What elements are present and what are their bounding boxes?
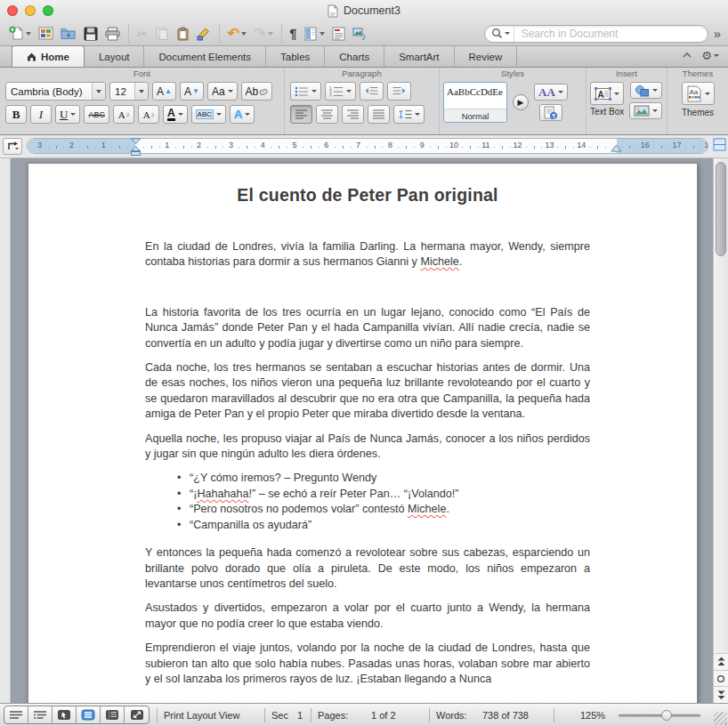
- search-caret-icon: [505, 32, 510, 35]
- align-center-button[interactable]: [316, 105, 338, 124]
- numbered-list-button[interactable]: 123: [325, 82, 356, 101]
- shrink-font-button[interactable]: A▼: [180, 82, 204, 101]
- strikethrough-button[interactable]: ABC: [84, 105, 109, 124]
- collapse-ribbon-button[interactable]: [682, 52, 692, 59]
- pages-label[interactable]: Pages:: [318, 710, 348, 721]
- media-browser-icon[interactable]: ♪: [350, 24, 371, 44]
- font-family-select[interactable]: Cambria (Body): [5, 82, 106, 101]
- indent-markers[interactable]: [130, 138, 142, 157]
- font-size-value: 12: [115, 86, 126, 97]
- styles-gallery-button[interactable]: ▶: [513, 94, 529, 110]
- ruler-number: 3: [37, 141, 42, 149]
- draft-view-button[interactable]: [4, 706, 28, 723]
- words-label[interactable]: Words:: [436, 710, 467, 721]
- document-area: El cuento de Peter Pan original En la ci…: [0, 158, 728, 703]
- font-color-button[interactable]: A: [163, 105, 188, 124]
- zoom-slider-thumb[interactable]: [661, 710, 672, 721]
- bold-button[interactable]: B: [5, 105, 27, 124]
- print-layout-view-button[interactable]: [77, 706, 101, 723]
- ruler-row: 3211234567891011121314161718: [0, 135, 728, 158]
- justify-button[interactable]: [368, 105, 390, 124]
- save-icon[interactable]: [81, 24, 101, 44]
- text-effects-button[interactable]: A: [230, 105, 255, 124]
- new-document-icon[interactable]: [6, 24, 34, 44]
- superscript-button[interactable]: A2: [113, 105, 134, 124]
- grow-font-button[interactable]: A▲: [152, 82, 176, 101]
- bullet-list-button[interactable]: [290, 82, 321, 101]
- ruler-number: 8: [388, 141, 392, 149]
- font-family-value: Cambria (Body): [11, 86, 83, 97]
- ruler-tick: [111, 147, 112, 148]
- notebook-view-icon: [105, 709, 119, 721]
- line-spacing-button[interactable]: [393, 105, 425, 124]
- tab-tables[interactable]: Tables: [266, 46, 325, 67]
- decrease-indent-button[interactable]: [360, 82, 384, 101]
- ruler-tick: [183, 146, 184, 149]
- text-box-button[interactable]: A: [590, 82, 624, 105]
- focus-view-button[interactable]: [125, 706, 149, 723]
- select-browse-object-button[interactable]: [714, 670, 728, 687]
- vertical-scrollbar-thumb[interactable]: [716, 162, 726, 256]
- ribbon-group-themes: Themes Aa Themes: [667, 68, 728, 134]
- change-case-button[interactable]: Aa: [207, 82, 238, 101]
- ribbon-settings-button[interactable]: ⚙: [701, 47, 719, 63]
- tab-layout[interactable]: Layout: [85, 46, 145, 67]
- tab-document-elements[interactable]: Document Elements: [144, 46, 266, 67]
- text-run: “Campanilla os ayudará”: [190, 519, 311, 531]
- ribbon: Font Cambria (Body) 12 A▲ A▼ Aa Ab B I U: [0, 68, 728, 135]
- browse-previous-button[interactable]: [714, 653, 728, 670]
- ruler-tick: [605, 147, 606, 148]
- font-size-select[interactable]: 12: [109, 82, 149, 101]
- gallery-icon[interactable]: [36, 24, 56, 44]
- tab-smartart[interactable]: SmartArt: [384, 46, 454, 67]
- toolbar-overflow-button[interactable]: »: [712, 26, 723, 41]
- styles-doc-icon[interactable]: [329, 24, 348, 44]
- underline-button[interactable]: U: [55, 105, 80, 124]
- resize-grip[interactable]: [714, 712, 727, 725]
- right-indent-icon: [611, 144, 622, 152]
- group-title-paragraph: Paragraph: [285, 69, 439, 78]
- themes-button[interactable]: Aa: [682, 82, 715, 105]
- align-left-button[interactable]: [290, 105, 312, 124]
- search-field[interactable]: [484, 25, 708, 43]
- print-icon[interactable]: [102, 24, 123, 44]
- change-styles-button[interactable]: AA: [534, 84, 568, 101]
- subscript-button[interactable]: A2: [138, 105, 159, 124]
- publishing-view-button[interactable]: [53, 706, 77, 723]
- document-page[interactable]: El cuento de Peter Pan original En la ci…: [28, 163, 698, 703]
- undo-icon[interactable]: ↶: [225, 24, 249, 44]
- split-view-button[interactable]: [713, 138, 726, 151]
- outline-view-button[interactable]: [28, 706, 53, 723]
- tab-home[interactable]: Home: [12, 45, 85, 67]
- pages-value[interactable]: 1 of 2: [371, 710, 396, 721]
- style-preview-box[interactable]: AaBbCcDdEe Normal: [443, 82, 507, 123]
- insert-picture-button[interactable]: [629, 102, 662, 119]
- words-value[interactable]: 738 of 738: [482, 710, 529, 721]
- browse-next-button[interactable]: [714, 686, 728, 703]
- ruler-tick: [56, 146, 57, 149]
- bullet-text: “¿Y cómo iremos? – Pregunto Wendy: [190, 471, 376, 486]
- align-right-button[interactable]: [342, 105, 364, 124]
- italic-button[interactable]: I: [30, 105, 52, 124]
- notebook-view-button[interactable]: [101, 706, 125, 723]
- vertical-scrollbar-track[interactable]: [713, 158, 728, 653]
- ruler-tick: [87, 146, 88, 149]
- page-view-icon[interactable]: [301, 24, 328, 44]
- open-icon[interactable]: [58, 24, 79, 44]
- search-input[interactable]: [514, 28, 708, 40]
- ruler-tick: [159, 147, 160, 148]
- increase-indent-button[interactable]: [387, 82, 411, 101]
- format-painter-icon[interactable]: [194, 24, 214, 44]
- highlight-button[interactable]: ABC: [191, 105, 226, 124]
- clear-formatting-button[interactable]: Ab: [241, 82, 273, 101]
- tab-stop-selector[interactable]: [3, 138, 22, 155]
- tab-review[interactable]: Review: [455, 46, 518, 67]
- search-scope-button[interactable]: [485, 26, 514, 42]
- paste-icon[interactable]: [174, 24, 192, 44]
- insert-shape-button[interactable]: [630, 82, 662, 99]
- manage-styles-button[interactable]: ¶: [539, 104, 562, 121]
- zoom-slider[interactable]: [619, 714, 700, 717]
- tab-charts[interactable]: Charts: [325, 46, 384, 67]
- right-indent-marker[interactable]: [611, 144, 622, 152]
- show-marks-icon[interactable]: ¶: [287, 24, 300, 44]
